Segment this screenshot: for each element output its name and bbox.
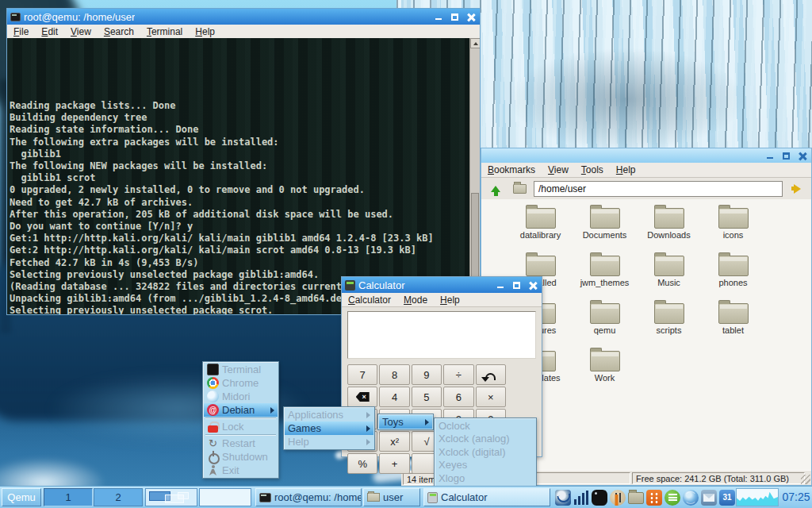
menu-item[interactable]: Oclock — [435, 419, 535, 433]
folder-item[interactable]: datalibrary — [508, 204, 573, 252]
menu-item-lock[interactable]: Lock — [204, 420, 278, 433]
menu-view[interactable]: View — [542, 163, 575, 177]
mail-tray-icon[interactable] — [701, 490, 717, 506]
menu-calculator[interactable]: Calculator — [342, 293, 397, 307]
menu-item-restart[interactable]: Restart — [204, 437, 278, 450]
menu-item[interactable]: Xclock (digital) — [435, 445, 535, 459]
calculator-key[interactable]: % — [347, 453, 377, 474]
folder-tray-icon[interactable] — [628, 492, 644, 504]
menu-file[interactable]: File — [7, 25, 35, 39]
menu-help[interactable]: Help — [189, 25, 221, 39]
menu-bookmarks[interactable]: Bookmarks — [481, 163, 542, 177]
close-button[interactable] — [798, 152, 806, 160]
file-manager-titlebar[interactable] — [481, 148, 811, 163]
home-folder-button[interactable] — [510, 180, 529, 198]
phone-tray-icon[interactable] — [592, 490, 607, 506]
folder-icon — [367, 493, 380, 502]
menu-item[interactable]: Xclock (analog) — [435, 433, 535, 446]
minimize-button[interactable] — [766, 152, 775, 160]
calculator-key[interactable]: 4 — [379, 387, 409, 407]
menu-item-toys[interactable]: Toys — [379, 415, 432, 429]
terminal-output[interactable]: Reading package lists... DoneBuilding de… — [7, 38, 480, 314]
cpu-load-graph[interactable] — [736, 488, 779, 506]
minimize-button[interactable] — [435, 13, 443, 21]
workspace-1-button[interactable]: 1 — [44, 488, 93, 506]
calculator-key[interactable]: + — [379, 453, 409, 474]
taskbar-task-file-manager[interactable]: user — [363, 488, 420, 506]
folder-item[interactable]: jwm_themes — [573, 252, 637, 299]
pager-workspace-1[interactable] — [145, 488, 197, 506]
calculator-key[interactable]: 8 — [379, 364, 409, 385]
terminal-scrollbar[interactable] — [469, 38, 480, 314]
calculator-key[interactable]: 5 — [412, 387, 442, 407]
folder-item[interactable]: Music — [637, 252, 701, 299]
maximize-button[interactable] — [782, 152, 791, 160]
path-input[interactable] — [534, 181, 783, 197]
terminal-titlebar[interactable]: root@qemu: /home/user — [7, 9, 480, 25]
folder-item[interactable]: Documents — [573, 204, 637, 252]
notes-tray-icon[interactable] — [665, 490, 680, 506]
calendar-tray-icon[interactable]: 31 — [719, 490, 735, 506]
calculator-key[interactable]: ÷ — [443, 364, 473, 385]
folder-icon — [654, 256, 684, 276]
menu-item-games[interactable]: Games — [285, 421, 373, 435]
minimize-button[interactable] — [496, 281, 505, 290]
resize-grip[interactable] — [801, 475, 810, 484]
folder-item[interactable]: icons — [701, 204, 765, 252]
calculator-titlebar[interactable]: Calculator — [342, 277, 542, 293]
menu-item-terminal[interactable]: Terminal — [204, 363, 278, 376]
menu-terminal[interactable]: Terminal — [140, 25, 189, 39]
calculator-key[interactable]: x² — [379, 431, 409, 452]
calculator-key[interactable]: 7 — [347, 364, 377, 385]
menu-mode[interactable]: Mode — [397, 293, 434, 307]
maximize-button[interactable] — [450, 13, 459, 21]
menu-item-debian[interactable]: Debian — [204, 403, 278, 417]
menu-item-help[interactable]: Help — [285, 435, 373, 448]
menu-help[interactable]: Help — [434, 293, 466, 307]
menu-item-chrome[interactable]: Chrome — [204, 376, 278, 390]
menu-edit[interactable]: Edit — [35, 25, 64, 39]
workspace-2-button[interactable]: 2 — [94, 488, 143, 506]
up-button[interactable] — [486, 180, 505, 198]
calculator-key[interactable]: 6 — [443, 387, 473, 407]
menu-item-applications[interactable]: Applications — [285, 408, 373, 421]
folder-item[interactable]: Work — [573, 347, 637, 394]
calculator-key[interactable] — [476, 364, 506, 385]
swirl-tray-icon[interactable] — [555, 490, 571, 506]
taskbar-task-calculator[interactable]: Calculator — [423, 488, 550, 506]
menu-view[interactable]: View — [64, 25, 98, 39]
file-manager-toolbar — [481, 178, 811, 200]
folder-item[interactable]: phones — [701, 252, 765, 299]
menu-item-midori[interactable]: Midori — [204, 390, 278, 403]
scroll-up-button[interactable] — [470, 38, 480, 48]
calculator-key[interactable]: × — [476, 387, 506, 407]
folder-item[interactable]: scripts — [637, 299, 701, 347]
signal-bars-tray-icon[interactable] — [573, 490, 589, 506]
menu-item[interactable]: Xeyes — [435, 459, 535, 472]
menu-help[interactable]: Help — [610, 163, 642, 177]
mixer-tray-icon[interactable] — [610, 490, 626, 506]
calculator-key[interactable]: 9 — [412, 364, 442, 385]
menu-item-exit[interactable]: Exit — [204, 464, 278, 477]
folder-item[interactable]: qemu — [573, 299, 637, 347]
folder-label: jwm_themes — [573, 278, 637, 287]
taskbar-task-terminal[interactable]: root@qemu: /home/u — [255, 488, 362, 506]
folder-icon — [654, 208, 684, 229]
qemu-menu-button[interactable]: Qemu — [2, 488, 41, 506]
go-button[interactable] — [787, 180, 806, 198]
folder-item[interactable]: Downloads — [637, 204, 701, 252]
menu-item-shutdown[interactable]: Shutdown — [204, 450, 278, 464]
menu-label: Toys — [382, 416, 404, 428]
menu-tools[interactable]: Tools — [575, 163, 610, 177]
calculator-key[interactable]: × — [347, 387, 377, 407]
close-button[interactable] — [528, 281, 537, 290]
close-button[interactable] — [466, 13, 475, 21]
calculator-tray-icon[interactable] — [646, 490, 662, 506]
menu-search[interactable]: Search — [98, 25, 140, 39]
maximize-button[interactable] — [512, 281, 521, 290]
folder-item[interactable]: tablet — [701, 299, 765, 347]
pager-workspace-2[interactable] — [199, 488, 251, 506]
calculator-display[interactable] — [347, 311, 536, 359]
globe-tray-icon[interactable] — [683, 490, 699, 506]
menu-item[interactable]: Xlogo — [435, 471, 535, 485]
